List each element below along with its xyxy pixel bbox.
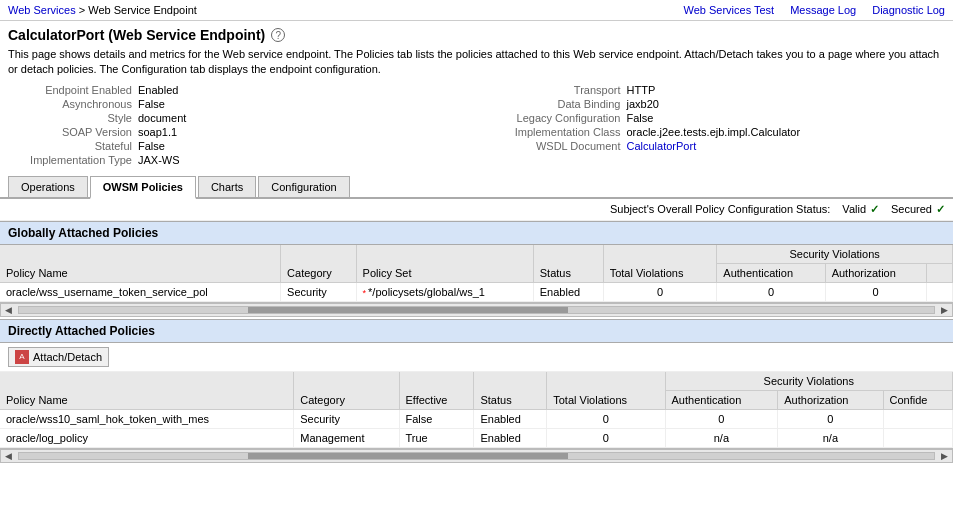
col-total-violations-ga: Total Violations <box>603 245 717 283</box>
cell-authz-da-1: n/a <box>778 428 883 447</box>
diagnostic-log-link[interactable]: Diagnostic Log <box>872 4 945 16</box>
meta-label-endpoint-enabled: Endpoint Enabled <box>8 84 138 96</box>
scroll-thumb-2 <box>248 453 568 459</box>
cell-policy-name-ga-0: oracle/wss_username_token_service_pol <box>0 282 281 301</box>
scroll-right-icon-2[interactable]: ▶ <box>937 451 952 461</box>
breadcrumb-current: Web Service Endpoint <box>88 4 197 16</box>
meta-row-endpoint-enabled: Endpoint Enabled Enabled <box>8 84 477 96</box>
cell-total-violations-da-1: 0 <box>547 428 665 447</box>
meta-row-transport: Transport HTTP <box>477 84 946 96</box>
scroll-track <box>18 306 935 314</box>
meta-label-asynchronous: Asynchronous <box>8 98 138 110</box>
message-log-link[interactable]: Message Log <box>790 4 856 16</box>
globally-attached-table: Policy Name Category Policy Set Status T… <box>0 245 953 302</box>
secured-label: Secured <box>891 203 932 215</box>
directly-attached-section-header: Directly Attached Policies <box>0 319 953 343</box>
meta-label-wsdl-doc: WSDL Document <box>477 140 627 152</box>
cell-auth-ga-0: 0 <box>717 282 825 301</box>
cell-authz-da-0: 0 <box>778 409 883 428</box>
col-auth-da: Authentication <box>665 390 778 409</box>
cell-auth-da-0: 0 <box>665 409 778 428</box>
tab-charts[interactable]: Charts <box>198 176 256 197</box>
meta-row-impl-type: Implementation Type JAX-WS <box>8 154 477 166</box>
meta-label-soap-version: SOAP Version <box>8 126 138 138</box>
web-services-test-link[interactable]: Web Services Test <box>683 4 774 16</box>
col-effective-da: Effective <box>399 372 474 410</box>
breadcrumb-link[interactable]: Web Services <box>8 4 76 16</box>
meta-label-data-binding: Data Binding <box>477 98 627 110</box>
col-category-da: Category <box>294 372 399 410</box>
col-security-violations-da: Security Violations <box>665 372 952 391</box>
meta-label-legacy-config: Legacy Configuration <box>477 112 627 124</box>
page-description: This page shows details and metrics for … <box>8 47 945 78</box>
table-row: oracle/wss10_saml_hok_token_with_mes Sec… <box>0 409 953 428</box>
meta-row-asynchronous: Asynchronous False <box>8 98 477 110</box>
cell-category-da-1: Management <box>294 428 399 447</box>
cell-policy-set-ga-0: **/policysets/global/ws_1 <box>356 282 533 301</box>
meta-row-stateful: Stateful False <box>8 140 477 152</box>
global-table-scrollbar[interactable]: ◀ ▶ <box>0 303 953 317</box>
table-row: oracle/wss_username_token_service_pol Se… <box>0 282 953 301</box>
cell-effective-da-0: False <box>399 409 474 428</box>
tabs-container: Operations OWSM Policies Charts Configur… <box>0 176 953 199</box>
meta-value-impl-class: oracle.j2ee.tests.ejb.impl.Calculator <box>627 126 801 138</box>
col-policy-name-ga: Policy Name <box>0 245 281 283</box>
meta-value-data-binding: jaxb20 <box>627 98 659 110</box>
cell-category-da-0: Security <box>294 409 399 428</box>
cell-auth-da-1: n/a <box>665 428 778 447</box>
valid-status: Valid ✓ <box>842 203 879 216</box>
scroll-right-icon[interactable]: ▶ <box>937 305 952 315</box>
globally-attached-table-container[interactable]: Policy Name Category Policy Set Status T… <box>0 245 953 303</box>
meta-value-wsdl-doc[interactable]: CalculatorPort <box>627 140 697 152</box>
col-auth-ga: Authentication <box>717 263 825 282</box>
top-links: Web Services Test Message Log Diagnostic… <box>683 4 945 16</box>
meta-value-soap-version: soap1.1 <box>138 126 177 138</box>
directly-attached-table-container[interactable]: Policy Name Category Effective Status To… <box>0 372 953 449</box>
top-bar: Web Services > Web Service Endpoint Web … <box>0 0 953 21</box>
col-status-da: Status <box>474 372 547 410</box>
meta-label-style: Style <box>8 112 138 124</box>
policy-status-label: Subject's Overall Policy Configuration S… <box>610 203 830 215</box>
meta-value-impl-type: JAX-WS <box>138 154 180 166</box>
scroll-left-icon-2[interactable]: ◀ <box>1 451 16 461</box>
cell-policy-name-da-1: oracle/log_policy <box>0 428 294 447</box>
cell-extra-ga-0 <box>926 282 952 301</box>
cell-authz-ga-0: 0 <box>825 282 926 301</box>
meta-label-impl-type: Implementation Type <box>8 154 138 166</box>
meta-row-legacy-config: Legacy Configuration False <box>477 112 946 124</box>
attach-detach-toolbar: A Attach/Detach <box>0 343 953 372</box>
direct-table-scrollbar[interactable]: ◀ ▶ <box>0 449 953 463</box>
tab-configuration[interactable]: Configuration <box>258 176 349 197</box>
meta-label-impl-class: Implementation Class <box>477 126 627 138</box>
meta-row-wsdl-doc: WSDL Document CalculatorPort <box>477 140 946 152</box>
col-extra-ga <box>926 263 952 282</box>
meta-value-stateful: False <box>138 140 165 152</box>
scroll-thumb <box>248 307 568 313</box>
tab-operations[interactable]: Operations <box>8 176 88 197</box>
meta-value-transport: HTTP <box>627 84 656 96</box>
meta-right: Transport HTTP Data Binding jaxb20 Legac… <box>477 84 946 168</box>
cell-conf-da-1 <box>883 428 952 447</box>
help-icon[interactable]: ? <box>271 28 285 42</box>
attach-detach-button[interactable]: A Attach/Detach <box>8 347 109 367</box>
meta-left: Endpoint Enabled Enabled Asynchronous Fa… <box>8 84 477 168</box>
cell-status-ga-0: Enabled <box>533 282 603 301</box>
cell-total-violations-da-0: 0 <box>547 409 665 428</box>
page-title: CalculatorPort (Web Service Endpoint) <box>8 27 265 43</box>
scroll-track-2 <box>18 452 935 460</box>
secured-check-icon: ✓ <box>936 203 945 216</box>
page-header: CalculatorPort (Web Service Endpoint) ? … <box>0 21 953 80</box>
scroll-left-icon[interactable]: ◀ <box>1 305 16 315</box>
valid-check-icon: ✓ <box>870 203 879 216</box>
meta-value-asynchronous: False <box>138 98 165 110</box>
tab-owsm-policies[interactable]: OWSM Policies <box>90 176 196 199</box>
meta-label-stateful: Stateful <box>8 140 138 152</box>
col-status-ga: Status <box>533 245 603 283</box>
globally-attached-section-header: Globally Attached Policies <box>0 221 953 245</box>
valid-label: Valid <box>842 203 866 215</box>
policy-status-bar: Subject's Overall Policy Configuration S… <box>0 199 953 221</box>
meta-value-style: document <box>138 112 186 124</box>
col-authz-da: Authorization <box>778 390 883 409</box>
directly-attached-table: Policy Name Category Effective Status To… <box>0 372 953 448</box>
col-security-violations-ga: Security Violations <box>717 245 953 264</box>
